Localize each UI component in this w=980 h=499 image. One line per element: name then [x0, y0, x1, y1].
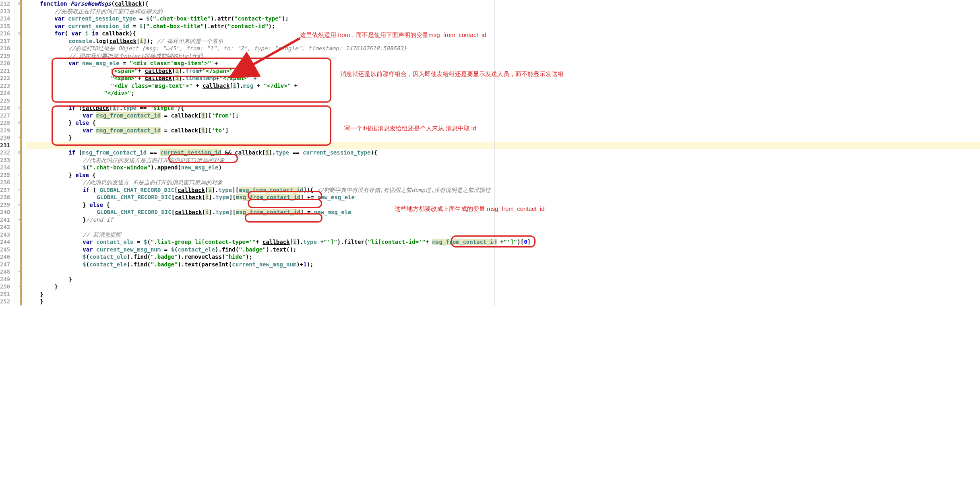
line-number: 230 — [0, 134, 10, 142]
line-number: 245 — [0, 246, 10, 254]
line-number: 217 — [0, 37, 10, 45]
code-line: }//end if — [26, 216, 980, 224]
code-line: var new_msg_ele = "<div class='msg-item'… — [26, 60, 980, 67]
code-line: for( var i in callback){ — [26, 30, 980, 37]
line-number: 243 — [0, 231, 10, 239]
code-editor[interactable]: 212 213 214 215 216 217 218 219 220 221 … — [0, 0, 980, 305]
line-number: 246 — [0, 253, 10, 261]
code-line: } — [26, 276, 980, 283]
line-number: 218 — [0, 45, 10, 52]
code-line — [26, 268, 980, 276]
code-line: function ParseNewMsgs(callback){ — [26, 0, 980, 8]
code-line: } — [26, 283, 980, 291]
line-number: 215 — [0, 23, 10, 30]
line-number: 251 — [0, 291, 10, 298]
code-line: $(contact_ele).find(".badge").removeClas… — [26, 253, 980, 261]
line-number: 228 — [0, 119, 10, 127]
code-line: var current_new_msg_num = $(contact_ele)… — [26, 246, 980, 254]
right-margin-line — [494, 0, 495, 305]
code-line: //此消息的发送方 不是当前打开的消息窗口所属的对象 — [26, 179, 980, 186]
annotation-text: 消息就还是以前那样组合，因为即使发给组还是要显示发送人员，而不能显示发送组 — [340, 70, 564, 78]
code-line: if ( GLOBAL_CHAT_RECORD_DIC[callback[i].… — [26, 186, 980, 194]
code-line: "<div class='msg-text'>" + callback[i].m… — [26, 82, 980, 90]
code-line: // 新消息提醒 — [26, 231, 980, 239]
code-line: //前端打印结果是 Object {msg: "↵45", from: "1",… — [26, 45, 980, 52]
line-number: 233 — [0, 157, 10, 164]
line-number: 248 — [0, 268, 10, 276]
code-line: if (msg_from_contact_id == current_sessi… — [26, 149, 980, 157]
code-line: var contact_ele = $(".list-group li[cont… — [26, 238, 980, 246]
line-number: 249 — [0, 276, 10, 283]
code-line — [26, 223, 980, 231]
code-line: //先获取正在打开的消息窗口是和谁聊天的 — [26, 8, 980, 15]
line-number: 239 — [0, 201, 10, 209]
line-number: 234 — [0, 164, 10, 171]
code-line: // 现在我们要把这个object拼接成前端的html代码。 — [26, 52, 980, 60]
line-number: 229 — [0, 127, 10, 134]
line-number: 238 — [0, 194, 10, 201]
code-line: var msg_from_contact_id = callback[i]['f… — [26, 112, 980, 120]
line-number: 250 — [0, 283, 10, 291]
line-number: 235 — [0, 171, 10, 179]
line-number: 237 — [0, 186, 10, 194]
text-cursor — [26, 142, 26, 148]
line-number: 212 — [0, 0, 10, 8]
code-line: "</div>"; — [26, 89, 980, 97]
line-number: 236 — [0, 179, 10, 186]
code-line — [26, 97, 980, 105]
annotation-text: 写一个if根据消息发给组还是个人来从 消息中取 id — [344, 125, 476, 132]
line-number: 224 — [0, 89, 10, 97]
line-number: 242 — [0, 223, 10, 231]
annotation-text: 这些地方都要改成上面生成的变量 msg_from_contact_id — [395, 205, 545, 213]
line-number: 220 — [0, 60, 10, 67]
code-line: var current_session_id = $(".chat-box-ti… — [26, 23, 980, 30]
code-line: } else { — [26, 171, 980, 179]
code-line: } — [26, 291, 980, 298]
annotation-text: 这里依然适用.from，而不是使用下面声明的变量msg_from_contact… — [300, 31, 486, 39]
code-line-current — [26, 142, 980, 149]
line-number-current: 231 — [0, 142, 10, 149]
code-line: } — [26, 298, 980, 305]
code-line: } else { — [26, 119, 980, 127]
line-number: 240 — [0, 208, 10, 216]
line-number: 213 — [0, 8, 10, 15]
code-line: GLOBAL_CHAT_RECORD_DIC[callback[i].type]… — [26, 194, 980, 201]
code-line: $(contact_ele).find(".badge").text(parse… — [26, 261, 980, 268]
code-line: //代表此消息的发送方是当前打开的消息窗口所属的对象 — [26, 157, 980, 164]
line-number: 214 — [0, 15, 10, 23]
line-number: 247 — [0, 261, 10, 268]
line-number: 219 — [0, 52, 10, 60]
line-number: 216 — [0, 30, 10, 37]
change-marker — [20, 0, 22, 305]
code-line: var msg_from_contact_id = callback[i]['t… — [26, 127, 980, 134]
line-number: 223 — [0, 82, 10, 90]
line-number: 241 — [0, 216, 10, 224]
line-number: 221 — [0, 67, 10, 75]
line-number: 232 — [0, 149, 10, 157]
code-line: $(".chat-box-window").append(new_msg_ele… — [26, 164, 980, 171]
code-line: if (callback[i].type == "single"){ — [26, 104, 980, 112]
code-line: } — [26, 134, 980, 142]
code-line: var current_session_type = $(".chat-box-… — [26, 15, 980, 23]
line-number: 244 — [0, 238, 10, 246]
code-line: console.log(callback[i]); // 循环出来的是一个索引 — [26, 37, 980, 45]
line-number: 225 — [0, 97, 10, 105]
line-number: 226 — [0, 104, 10, 112]
code-area[interactable]: function ParseNewMsgs(callback){ //先获取正在… — [25, 0, 980, 305]
line-number-gutter: 212 213 214 215 216 217 218 219 220 221 … — [0, 0, 14, 305]
line-number: 227 — [0, 112, 10, 120]
line-number: 222 — [0, 74, 10, 82]
line-number: 252 — [0, 298, 10, 305]
